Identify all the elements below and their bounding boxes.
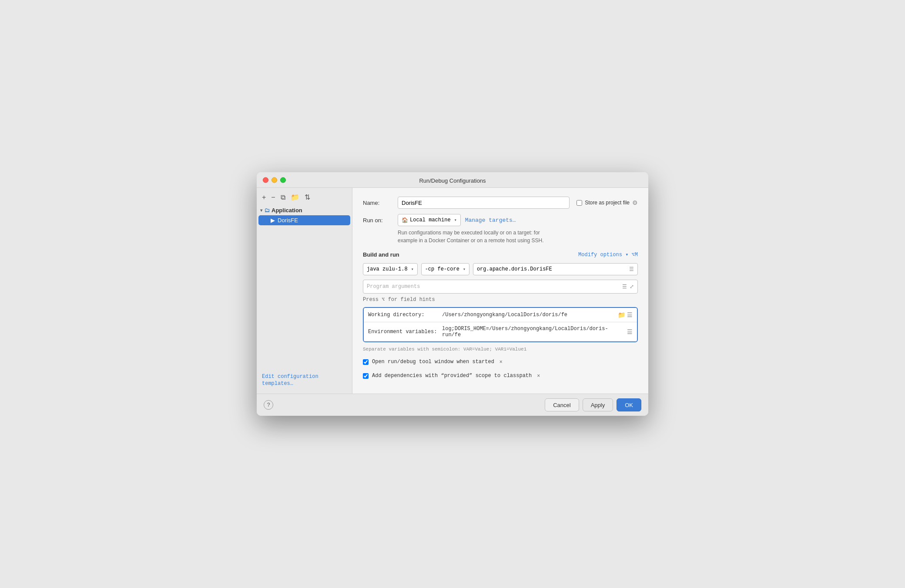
help-button[interactable]: ? [264,400,273,410]
run-debug-dialog: Run/Debug Configurations + − ⧉ 📁 ⇅ ▾ 🗂 A… [257,172,648,416]
ok-button[interactable]: OK [617,398,641,411]
open-debug-window-checkbox[interactable] [363,359,369,365]
highlighted-section: Working directory: /Users/zhongyongkang/… [363,307,638,342]
cancel-button[interactable]: Cancel [545,398,579,411]
dialog-body: + − ⧉ 📁 ⇅ ▾ 🗂 Application ▶ DorisFE Edit… [257,188,648,394]
sidebar: + − ⧉ 📁 ⇅ ▾ 🗂 Application ▶ DorisFE Edit… [257,188,352,394]
modify-options-chevron: ▾ [625,252,631,258]
checkbox-row-2: Add dependencies with “provided” scope t… [363,371,638,381]
name-row: Name: Store as project file ⚙ [363,197,638,209]
maximize-button[interactable] [280,177,286,183]
program-args-row: Program arguments ☰ ⤢ [363,280,638,294]
apply-button[interactable]: Apply [583,398,613,411]
env-variables-row: Environment variables: log;DORIS_HOME=/U… [364,322,637,341]
sidebar-footer: Edit configuration templates… [257,368,352,391]
working-dir-text-icon[interactable]: ☰ [627,311,633,318]
sidebar-category-label: Application [272,207,302,214]
sort-config-button[interactable]: ⇅ [303,192,312,202]
field-hint: Press ⌥ for field hints [363,296,638,303]
program-args-input[interactable]: Program arguments ☰ ⤢ [363,280,638,294]
working-dir-label: Working directory: [368,312,438,318]
store-project-label: Store as project file [585,200,630,206]
program-args-placeholder: Program arguments [367,284,420,290]
working-directory-row: Working directory: /Users/zhongyongkang/… [364,308,637,322]
env-vars-text-icon[interactable]: ☰ [627,328,633,335]
run-on-value: Local machine [410,217,451,223]
name-row-left: Name: [363,197,570,209]
working-dir-value[interactable]: /Users/zhongyongkang/LocalDoris/doris/fe [442,312,613,318]
dialog-title: Run/Debug Configurations [419,177,486,184]
add-config-button[interactable]: + [260,193,268,202]
open-debug-window-label: Open run/debug tool window when started [372,359,494,365]
main-class-icon: ☰ [629,266,634,273]
info-text: Run configurations may be executed local… [398,229,638,244]
title-bar: Run/Debug Configurations [257,172,648,188]
run-on-label: Run on: [363,217,393,224]
sidebar-item-label: DorisFE [278,217,298,224]
sidebar-category-application[interactable]: ▾ 🗂 Application [257,206,352,215]
chevron-down-icon: ▾ [411,267,414,272]
working-dir-icons: 📁 ☰ [618,311,633,318]
chevron-icon: ▾ [260,208,262,213]
run-on-dropdown[interactable]: 🏠 Local machine ▾ [398,214,461,226]
main-class-field[interactable]: org.apache.doris.DorisFE ☰ [473,263,638,275]
chevron-down-icon: ▾ [463,267,466,272]
checkbox-row-1: Open run/debug tool window when started … [363,357,638,367]
folder-browse-icon[interactable]: 📁 [618,311,625,318]
build-run-section-heading: Build and run Modify options ▾ ⌥M [363,251,638,258]
program-args-expand-icon[interactable]: ⤢ [630,284,634,290]
add-dependencies-label: Add dependencies with “provided” scope t… [372,373,532,379]
java-version-value: java zulu-1.8 [367,266,408,272]
manage-targets-link[interactable]: Manage targets… [465,217,516,224]
separator-text: Separate variables with semicolon: VAR=V… [363,347,638,352]
program-args-text-icon: ☰ [622,284,627,290]
sidebar-item-dorisfe[interactable]: ▶ DorisFE [258,215,350,225]
build-run-title: Build and run [363,251,399,258]
main-class-value: org.apache.doris.DorisFE [477,266,552,272]
name-input[interactable] [398,197,570,209]
add-dependencies-checkbox[interactable] [363,373,369,379]
env-vars-label: Environment variables: [368,329,438,335]
house-icon: 🏠 [402,217,408,224]
edit-templates-link[interactable]: Edit configuration templates… [262,374,318,387]
sidebar-section-application: ▾ 🗂 Application ▶ DorisFE [257,206,352,226]
name-row-right: Store as project file ⚙ [577,199,638,206]
store-project-checkbox[interactable] [577,200,582,206]
gear-icon[interactable]: ⚙ [632,199,638,206]
close-button[interactable] [263,177,268,183]
traffic-lights [263,177,286,183]
close-checkbox1-button[interactable]: × [499,359,503,365]
chevron-down-icon: ▾ [454,217,457,223]
bottom-buttons: Cancel Apply OK [545,398,641,411]
remove-config-button[interactable]: − [269,193,277,202]
folder-config-button[interactable]: 📁 [289,192,301,202]
info-text-content: Run configurations may be executed local… [398,230,544,244]
close-checkbox2-button[interactable]: × [537,373,540,379]
run-on-row: Run on: 🏠 Local machine ▾ Manage targets… [363,214,638,226]
config-icon: ▶ [271,217,275,224]
env-vars-value[interactable]: log;DORIS_HOME=/Users/zhongyongkang/Loca… [442,326,623,338]
env-vars-icons: ☰ [627,328,633,335]
main-panel: Name: Store as project file ⚙ Run on: 🏠 … [352,188,648,394]
modify-options-shortcut: ⌥M [632,252,638,258]
bottom-bar: ? Cancel Apply OK [257,394,648,416]
cp-value: -cp fe-core [425,266,459,272]
folder-icon: 🗂 [264,207,270,214]
modify-options-link[interactable]: Modify options ▾ ⌥M [578,251,638,258]
build-dropdowns-row: java zulu-1.8 ▾ -cp fe-core ▾ org.apache… [363,263,638,275]
modify-options-text: Modify options [578,252,622,258]
sidebar-toolbar: + − ⧉ 📁 ⇅ [257,190,352,206]
copy-config-button[interactable]: ⧉ [279,193,287,202]
name-label: Name: [363,200,393,206]
cp-dropdown[interactable]: -cp fe-core ▾ [421,263,469,275]
minimize-button[interactable] [272,177,277,183]
java-version-dropdown[interactable]: java zulu-1.8 ▾ [363,263,418,275]
